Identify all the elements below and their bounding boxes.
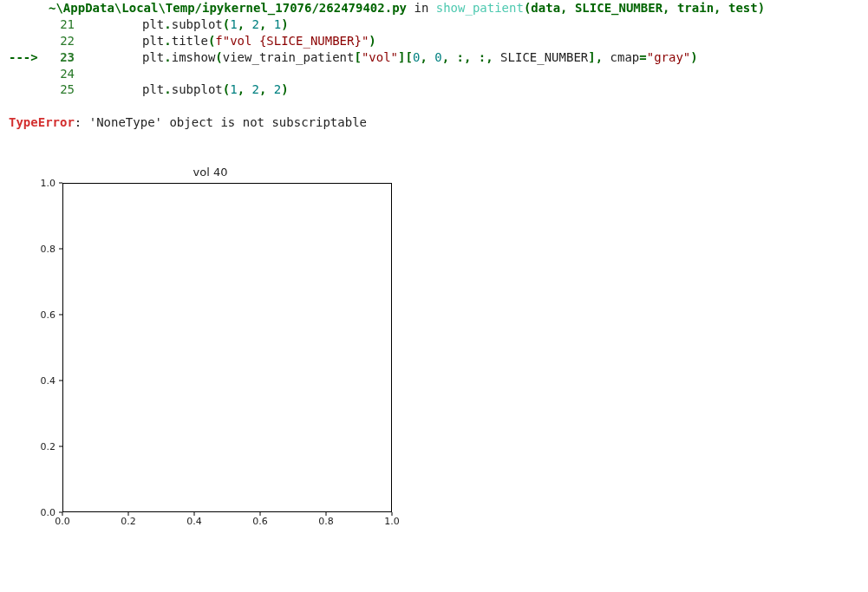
traceback-line-current: --->23plt.imshow(view_train_patient["vol… [9,49,859,66]
in-word: in [414,1,428,15]
x-tick-label: 0.2 [111,516,146,527]
args-close: ) [758,1,765,15]
arrow-icon: ---> [9,49,49,66]
traceback-line: 22plt.title(f"vol {SLICE_NUMBER}") [9,33,859,49]
x-tick-mark [260,512,261,516]
traceback-line: 24 [9,66,859,82]
x-tick-mark [194,512,195,516]
line-number: 21 [49,16,82,33]
chart: vol 40 0.0 0.2 0.4 0.6 0.8 1.0 0.0 0.2 0… [17,166,403,547]
traceback-line: 25plt.subplot(1, 2, 2) [9,81,859,98]
line-number: 24 [49,66,82,82]
y-tick-label: 0.8 [17,244,55,255]
blank-line [9,98,859,114]
chart-title: vol 40 [17,166,403,179]
traceback-func: show_patient [436,1,524,15]
plot-area [62,183,392,512]
error-message: : 'NoneType' object is not subscriptable [75,115,367,129]
y-tick-label: 1.0 [17,178,55,189]
y-tick-label: 0.6 [17,309,55,321]
x-tick-label: 1.0 [375,516,409,527]
notebook-cell-output: ~\AppData\Local\Temp/ipykernel_17076/262… [0,0,868,547]
x-tick-mark [392,512,393,516]
y-tick-label: 0.4 [17,375,55,387]
arg-train: train [677,1,714,15]
y-tick-label: 0.2 [17,441,55,452]
x-tick-label: 0.4 [177,516,212,527]
y-tick-mark [59,381,62,381]
x-tick-label: 0.8 [309,516,343,527]
line-number: 25 [49,81,82,98]
line-number: 23 [49,49,82,66]
x-tick-mark [326,512,327,516]
traceback-line: 21plt.subplot(1, 2, 1) [9,16,859,33]
traceback-path: ~\AppData\Local\Temp/ipykernel_17076/262… [49,1,407,15]
y-tick-mark [59,183,62,184]
error-line: TypeError: 'NoneType' object is not subs… [9,114,859,131]
error-type: TypeError [9,115,75,129]
line-number: 22 [49,33,82,49]
x-tick-mark [62,512,63,516]
y-tick-mark [59,315,62,316]
arg-test: test [728,1,758,15]
arg-slice: SLICE_NUMBER [575,1,662,15]
y-tick-mark [59,446,62,447]
x-tick-label: 0.6 [243,516,277,527]
arg-data: data [531,1,560,15]
x-tick-mark [128,512,129,516]
y-tick-mark [59,249,62,250]
traceback-header: ~\AppData\Local\Temp/ipykernel_17076/262… [9,0,859,16]
x-tick-label: 0.0 [45,516,80,527]
